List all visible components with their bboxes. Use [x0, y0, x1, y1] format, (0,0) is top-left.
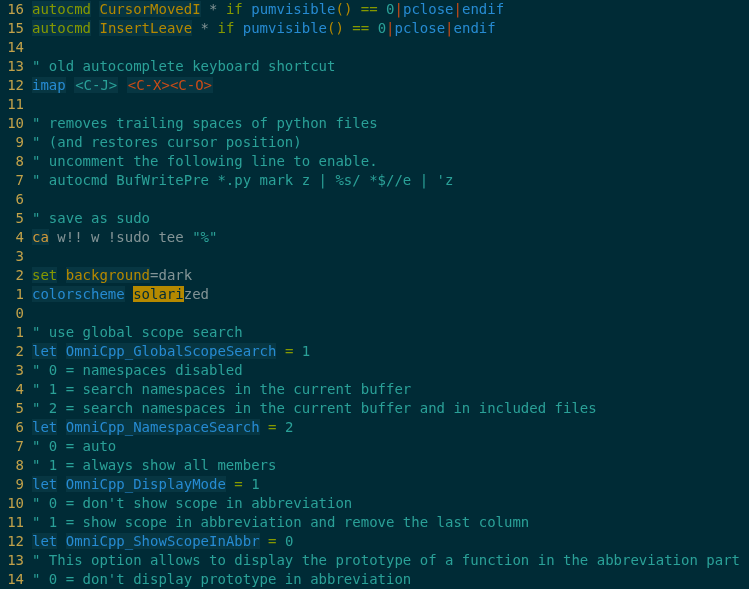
token: OmniCpp_DisplayMode [66, 476, 226, 492]
code-content[interactable]: let OmniCpp_DisplayMode = 1 [28, 475, 749, 494]
code-line[interactable]: 12let OmniCpp_ShowScopeInAbbr = 0 [0, 532, 749, 551]
code-line[interactable]: 0 [0, 304, 749, 323]
code-line[interactable]: 9let OmniCpp_DisplayMode = 1 [0, 475, 749, 494]
line-number: 2 [0, 266, 28, 285]
token: " use global scope search [32, 324, 243, 340]
token: = [234, 476, 242, 492]
token: " autocmd BufWritePre *.py mark z | %s/ … [32, 172, 453, 188]
code-line[interactable]: 4" 1 = search namespaces in the current … [0, 380, 749, 399]
code-line[interactable]: 7" 0 = auto [0, 437, 749, 456]
token: " 0 = auto [32, 438, 116, 454]
token: () [336, 1, 353, 17]
code-line[interactable]: 6let OmniCpp_NamespaceSearch = 2 [0, 418, 749, 437]
token [243, 476, 251, 492]
code-line[interactable]: 5" save as sudo [0, 209, 749, 228]
token: " old autocomplete keyboard shortcut [32, 58, 335, 74]
code-line[interactable]: 9" (and restores cursor position) [0, 133, 749, 152]
code-content[interactable]: " 2 = search namespaces in the current b… [28, 399, 749, 418]
line-number: 7 [0, 437, 28, 456]
code-content[interactable]: " 1 = search namespaces in the current b… [28, 380, 749, 399]
code-content[interactable]: " 0 = auto [28, 437, 749, 456]
token: " 0 = don't show scope in abbreviation [32, 495, 352, 511]
code-content[interactable]: set background=dark [28, 266, 749, 285]
token: endif [454, 20, 496, 36]
code-content[interactable]: colorscheme solarized [28, 285, 749, 304]
code-line[interactable]: 1colorscheme solarized [0, 285, 749, 304]
line-number: 11 [0, 95, 28, 114]
code-content[interactable]: " (and restores cursor position) [28, 133, 749, 152]
code-content[interactable]: " uncomment the following line to enable… [28, 152, 749, 171]
code-content[interactable]: let OmniCpp_GlobalScopeSearch = 1 [28, 342, 749, 361]
token: let [32, 476, 57, 492]
code-line[interactable]: 15autocmd InsertLeave * if pumvisible() … [0, 19, 749, 38]
code-line[interactable]: 11 [0, 95, 749, 114]
code-content[interactable]: let OmniCpp_NamespaceSearch = 2 [28, 418, 749, 437]
code-line[interactable]: 14" 0 = don't display prototype in abbre… [0, 570, 749, 589]
line-number: 6 [0, 418, 28, 437]
code-line[interactable]: 4ca w!! w !sudo tee "%" [0, 228, 749, 247]
code-content[interactable] [28, 190, 749, 209]
token: w!! w !sudo tee [49, 229, 192, 245]
code-content[interactable] [28, 247, 749, 266]
code-content[interactable]: let OmniCpp_ShowScopeInAbbr = 0 [28, 532, 749, 551]
code-content[interactable] [28, 95, 749, 114]
code-content[interactable]: ca w!! w !sudo tee "%" [28, 228, 749, 247]
token: pumvisible [251, 1, 335, 17]
line-number: 0 [0, 304, 28, 323]
code-content[interactable]: " old autocomplete keyboard shortcut [28, 57, 749, 76]
code-line[interactable]: 6 [0, 190, 749, 209]
code-content[interactable] [28, 304, 749, 323]
token: let [32, 343, 57, 359]
code-line[interactable]: 13" This option allows to display the pr… [0, 551, 749, 570]
code-line[interactable]: 7" autocmd BufWritePre *.py mark z | %s/… [0, 171, 749, 190]
line-number: 14 [0, 38, 28, 57]
code-line[interactable]: 1" use global scope search [0, 323, 749, 342]
token: | [445, 20, 453, 36]
line-number: 13 [0, 551, 28, 570]
code-content[interactable]: autocmd CursorMovedI * if pumvisible() =… [28, 0, 749, 19]
code-line[interactable]: 8" 1 = always show all members [0, 456, 749, 475]
code-line[interactable]: 10" 0 = don't show scope in abbreviation [0, 494, 749, 513]
token: InsertLeave [99, 20, 192, 36]
code-content[interactable]: " autocmd BufWritePre *.py mark z | %s/ … [28, 171, 749, 190]
code-content[interactable]: " save as sudo [28, 209, 749, 228]
code-line[interactable]: 10" removes trailing spaces of python fi… [0, 114, 749, 133]
code-line[interactable]: 13" old autocomplete keyboard shortcut [0, 57, 749, 76]
token: OmniCpp_GlobalScopeSearch [66, 343, 277, 359]
code-content[interactable]: imap <C-J> <C-X><C-O> [28, 76, 749, 95]
code-line[interactable]: 14 [0, 38, 749, 57]
line-number: 15 [0, 19, 28, 38]
token: " This option allows to display the prot… [32, 552, 749, 568]
code-editor[interactable]: 16autocmd CursorMovedI * if pumvisible()… [0, 0, 749, 589]
code-line[interactable]: 16autocmd CursorMovedI * if pumvisible()… [0, 0, 749, 19]
token [57, 533, 65, 549]
code-content[interactable]: " removes trailing spaces of python file… [28, 114, 749, 133]
code-content[interactable]: " use global scope search [28, 323, 749, 342]
token: 1 [302, 343, 310, 359]
code-line[interactable]: 5" 2 = search namespaces in the current … [0, 399, 749, 418]
code-line[interactable]: 2set background=dark [0, 266, 749, 285]
code-content[interactable]: " 1 = always show all members [28, 456, 749, 475]
token: if [226, 1, 243, 17]
token: " 1 = search namespaces in the current b… [32, 381, 411, 397]
code-content[interactable]: " 0 = don't display prototype in abbrevi… [28, 570, 749, 589]
code-content[interactable]: " 1 = show scope in abbreviation and rem… [28, 513, 749, 532]
code-line[interactable]: 3" 0 = namespaces disabled [0, 361, 749, 380]
token: let [32, 533, 57, 549]
token: 1 [251, 476, 259, 492]
token: * [201, 1, 226, 17]
token: zed [184, 286, 209, 302]
code-content[interactable]: " 0 = don't show scope in abbreviation [28, 494, 749, 513]
line-number: 8 [0, 152, 28, 171]
code-line[interactable]: 11" 1 = show scope in abbreviation and r… [0, 513, 749, 532]
code-line[interactable]: 12imap <C-J> <C-X><C-O> [0, 76, 749, 95]
code-line[interactable]: 3 [0, 247, 749, 266]
token: imap [32, 77, 66, 93]
code-content[interactable]: autocmd InsertLeave * if pumvisible() ==… [28, 19, 749, 38]
code-content[interactable]: " 0 = namespaces disabled [28, 361, 749, 380]
code-content[interactable]: " This option allows to display the prot… [28, 551, 749, 570]
token: if [217, 20, 234, 36]
code-line[interactable]: 2let OmniCpp_GlobalScopeSearch = 1 [0, 342, 749, 361]
code-line[interactable]: 8" uncomment the following line to enabl… [0, 152, 749, 171]
code-content[interactable] [28, 38, 749, 57]
